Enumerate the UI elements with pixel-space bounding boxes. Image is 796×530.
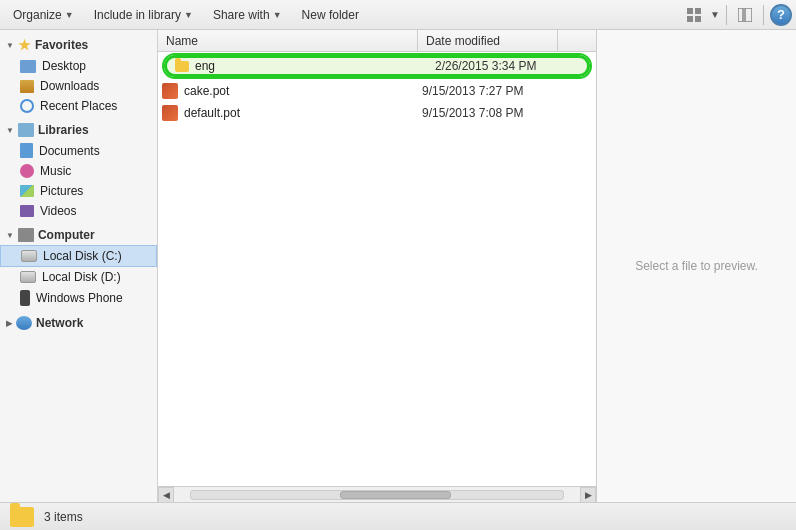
main-area: ▼ ★ Favorites Desktop Downloads Recent P… bbox=[0, 30, 796, 502]
file-name-eng: eng bbox=[175, 59, 435, 73]
hscroll-left-arrow[interactable]: ◀ bbox=[158, 487, 174, 503]
sidebar-item-recent-places[interactable]: Recent Places bbox=[0, 96, 157, 116]
new-folder-label: New folder bbox=[302, 8, 359, 22]
pot-icon-default bbox=[162, 105, 178, 121]
favorites-label: Favorites bbox=[35, 38, 88, 52]
status-folder-icon bbox=[10, 507, 34, 527]
computer-label: Computer bbox=[38, 228, 95, 242]
sidebar-item-local-disk-d[interactable]: Local Disk (D:) bbox=[0, 267, 157, 287]
sidebar-item-pictures[interactable]: Pictures bbox=[0, 181, 157, 201]
recent-places-icon bbox=[20, 99, 34, 113]
share-with-label: Share with bbox=[213, 8, 270, 22]
network-icon bbox=[16, 316, 32, 330]
pot-icon-cake bbox=[162, 83, 178, 99]
hscroll-right-arrow[interactable]: ▶ bbox=[580, 487, 596, 503]
favorites-section: ▼ ★ Favorites Desktop Downloads Recent P… bbox=[0, 34, 157, 116]
svg-rect-1 bbox=[695, 8, 701, 14]
libraries-section: ▼ Libraries Documents Music Pictures Vid… bbox=[0, 120, 157, 221]
computer-header[interactable]: ▼ Computer bbox=[0, 225, 157, 245]
organize-label: Organize bbox=[13, 8, 62, 22]
libraries-header[interactable]: ▼ Libraries bbox=[0, 120, 157, 140]
documents-icon bbox=[20, 143, 33, 158]
pictures-label: Pictures bbox=[40, 184, 83, 198]
svg-rect-2 bbox=[687, 16, 693, 22]
toolbar-right: ▼ ? bbox=[682, 4, 792, 26]
documents-label: Documents bbox=[39, 144, 100, 158]
sidebar: ▼ ★ Favorites Desktop Downloads Recent P… bbox=[0, 30, 158, 502]
favorites-star-icon: ★ bbox=[18, 37, 31, 53]
local-disk-c-label: Local Disk (C:) bbox=[43, 249, 122, 263]
downloads-label: Downloads bbox=[40, 79, 99, 93]
col-name-label: Name bbox=[166, 34, 198, 48]
file-list: eng 2/26/2015 3:34 PM cake.pot 9/15/2013… bbox=[158, 52, 596, 486]
toolbar-separator bbox=[726, 5, 727, 25]
desktop-icon bbox=[20, 60, 36, 73]
new-folder-button[interactable]: New folder bbox=[293, 3, 368, 27]
col-date-label: Date modified bbox=[426, 34, 500, 48]
col-header-name[interactable]: Name bbox=[158, 30, 418, 51]
network-label: Network bbox=[36, 316, 83, 330]
share-with-chevron: ▼ bbox=[273, 10, 282, 20]
computer-section: ▼ Computer Local Disk (C:) Local Disk (D… bbox=[0, 225, 157, 309]
include-library-label: Include in library bbox=[94, 8, 181, 22]
organize-button[interactable]: Organize ▼ bbox=[4, 3, 83, 27]
file-date-cake: 9/15/2013 7:27 PM bbox=[422, 84, 562, 98]
computer-icon bbox=[18, 228, 34, 242]
file-item-default[interactable]: default.pot 9/15/2013 7:08 PM bbox=[158, 102, 596, 124]
status-bar: 3 items bbox=[0, 502, 796, 530]
pane-icon bbox=[738, 8, 752, 22]
svg-rect-0 bbox=[687, 8, 693, 14]
svg-rect-4 bbox=[738, 8, 743, 22]
file-list-container: Name Date modified eng 2/26/2015 3:34 PM bbox=[158, 30, 596, 502]
pictures-icon bbox=[20, 185, 34, 197]
preview-panel: Select a file to preview. bbox=[596, 30, 796, 502]
file-name-default: default.pot bbox=[162, 105, 422, 121]
sidebar-item-music[interactable]: Music bbox=[0, 161, 157, 181]
favorites-header[interactable]: ▼ ★ Favorites bbox=[0, 34, 157, 56]
libraries-label: Libraries bbox=[38, 123, 89, 137]
status-items-count: 3 items bbox=[44, 510, 83, 524]
libraries-triangle: ▼ bbox=[6, 126, 14, 135]
sidebar-item-local-disk-c[interactable]: Local Disk (C:) bbox=[0, 245, 157, 267]
hscroll-thumb[interactable] bbox=[340, 491, 452, 499]
downloads-icon bbox=[20, 80, 34, 93]
sidebar-item-videos[interactable]: Videos bbox=[0, 201, 157, 221]
file-name-label-default: default.pot bbox=[184, 106, 240, 120]
computer-triangle: ▼ bbox=[6, 231, 14, 240]
local-disk-d-label: Local Disk (D:) bbox=[42, 270, 121, 284]
share-with-button[interactable]: Share with ▼ bbox=[204, 3, 291, 27]
content-area: Name Date modified eng 2/26/2015 3:34 PM bbox=[158, 30, 796, 502]
file-list-header: Name Date modified bbox=[158, 30, 596, 52]
svg-rect-3 bbox=[695, 16, 701, 22]
libraries-icon bbox=[18, 123, 34, 137]
col-header-date[interactable]: Date modified bbox=[418, 30, 558, 51]
file-name-cake: cake.pot bbox=[162, 83, 422, 99]
include-library-button[interactable]: Include in library ▼ bbox=[85, 3, 202, 27]
folder-icon-eng bbox=[175, 61, 189, 72]
file-name-label-cake: cake.pot bbox=[184, 84, 229, 98]
network-triangle: ▶ bbox=[6, 319, 12, 328]
sidebar-item-desktop[interactable]: Desktop bbox=[0, 56, 157, 76]
organize-chevron: ▼ bbox=[65, 10, 74, 20]
pane-toggle-button[interactable] bbox=[733, 4, 757, 26]
network-section: ▶ Network bbox=[0, 313, 157, 333]
favorites-triangle: ▼ bbox=[6, 41, 14, 50]
network-header[interactable]: ▶ Network bbox=[0, 313, 157, 333]
file-item-cake[interactable]: cake.pot 9/15/2013 7:27 PM bbox=[158, 80, 596, 102]
include-library-chevron: ▼ bbox=[184, 10, 193, 20]
recent-places-label: Recent Places bbox=[40, 99, 117, 113]
sidebar-item-documents[interactable]: Documents bbox=[0, 140, 157, 161]
windows-phone-icon bbox=[20, 290, 30, 306]
view-icon bbox=[687, 8, 701, 22]
hscroll-area: ◀ ▶ bbox=[158, 486, 596, 502]
sidebar-item-downloads[interactable]: Downloads bbox=[0, 76, 157, 96]
help-button[interactable]: ? bbox=[770, 4, 792, 26]
videos-label: Videos bbox=[40, 204, 76, 218]
hscroll-track[interactable] bbox=[190, 490, 564, 500]
local-disk-d-icon bbox=[20, 271, 36, 283]
toolbar-separator2 bbox=[763, 5, 764, 25]
local-disk-c-icon bbox=[21, 250, 37, 262]
view-toggle-button[interactable] bbox=[682, 4, 706, 26]
file-item-eng[interactable]: eng 2/26/2015 3:34 PM bbox=[164, 55, 590, 77]
sidebar-item-windows-phone[interactable]: Windows Phone bbox=[0, 287, 157, 309]
